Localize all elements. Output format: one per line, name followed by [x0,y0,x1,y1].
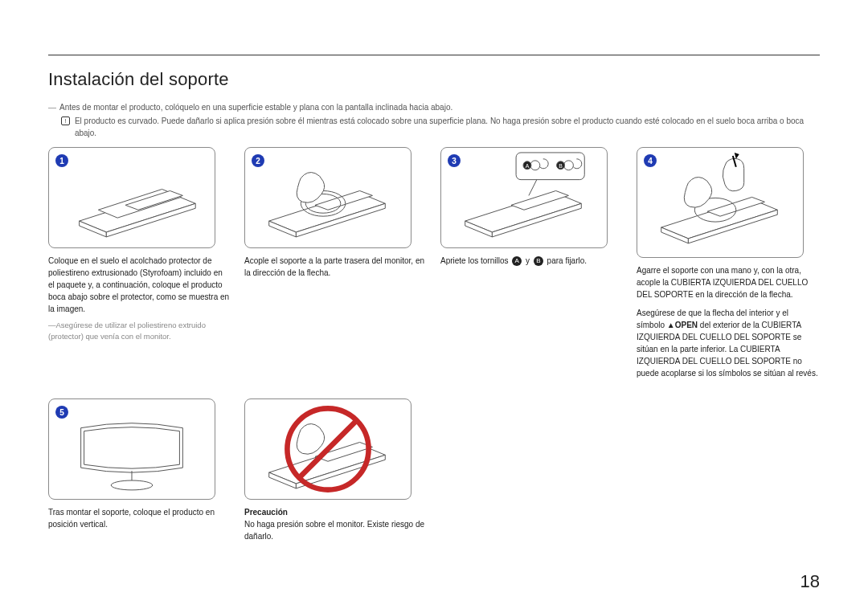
intro-block: ―Antes de montar el producto, colóquelo … [48,101,820,139]
step-5: 5 Tras montar el soporte, coloque el pro… [48,398,230,542]
step-2-desc: Acople el soporte a la parte trasera del… [244,255,426,279]
figure-2: 2 [244,147,411,248]
open-symbol: ▲OPEN [667,321,698,329]
dash-icon: ― [48,103,56,112]
step-3: 3 A B [440,147,622,379]
step-2-text: Acople el soporte a la parte trasera del… [244,256,424,277]
drawing-slab [49,148,215,248]
intro-text: Antes de montar el producto, colóquelo e… [59,103,452,112]
drawing-screws: A B [441,148,607,248]
warning-text: El producto es curvado. Puede dañarlo si… [75,115,820,139]
step-1-desc: Coloque en el suelo el acolchado protect… [48,255,230,343]
caution-desc: Precaución No haga presión sobre el moni… [244,506,426,542]
intro-line: ―Antes de montar el producto, colóquelo … [48,101,820,113]
drawing-cover [637,148,803,258]
svg-point-17 [530,161,540,170]
svg-point-18 [564,161,574,170]
step-1-note-text: Asegúrese de utilizar el poliestireno ex… [48,321,206,341]
step-3-text-a: Apriete los tornillos [440,256,510,265]
caution-text: No haga presión sobre el monitor. Existe… [244,520,424,541]
svg-line-36 [300,421,356,477]
step-1: 1 Coloque en el suelo el acolchado prote… [48,147,230,379]
step-2: 2 Acople el soporte a [244,147,426,379]
step-4-p1: Agarre el soporte con una mano y, con la… [637,266,808,299]
warning-row: ! El producto es curvado. Puede dañarlo … [48,115,820,139]
step-4-p2: Asegúrese de que la flecha del interior … [637,307,818,379]
horizontal-rule [48,55,820,55]
step-1-note: ―Asegúrese de utilizar el poliestireno e… [48,320,230,343]
figure-1: 1 [48,147,215,248]
svg-text:B: B [559,163,563,169]
step-3-text-c: para fijarlo. [545,256,587,265]
svg-text:A: A [526,163,530,169]
dash-icon: ― [48,321,56,329]
step-3-text-b: y [523,256,532,265]
prohibit-icon [284,405,372,493]
page-number: 18 [800,571,820,592]
page: Instalación del soporte ―Antes de montar… [0,0,868,613]
svg-point-30 [111,480,152,490]
step-grid-row1: 1 Coloque en el suelo el acolchado prote… [48,147,820,379]
figure-4: 4 [637,147,804,258]
warning-icon: ! [61,116,70,125]
step-5-text: Tras montar el soporte, coloque el produ… [48,508,215,529]
figure-caution [244,398,411,500]
step-grid-row2: 5 Tras montar el soporte, coloque el pro… [48,398,820,542]
svg-line-16 [529,180,537,196]
svg-marker-28 [735,153,739,159]
step-5-desc: Tras montar el soporte, coloque el produ… [48,506,230,530]
section-title: Instalación del soporte [48,69,820,90]
step-4-desc: Agarre el soporte con una mano y, con la… [637,264,818,379]
step-3-desc: Apriete los tornillos A y B para fijarlo… [440,255,622,267]
figure-5: 5 [48,398,215,500]
figure-3: 3 A B [440,147,608,248]
empty-cell [440,398,622,542]
caution-title: Precaución [244,508,288,517]
drawing-slab-hand [245,148,411,248]
step-caution: Precaución No haga presión sobre el moni… [244,398,426,542]
badge-a-icon: A [512,256,522,266]
step-1-text: Coloque en el suelo el acolchado protect… [48,256,229,313]
drawing-monitor [49,399,215,500]
empty-cell [637,398,818,542]
step-4: 4 Agarre [637,147,818,379]
badge-b-icon: B [534,256,543,266]
